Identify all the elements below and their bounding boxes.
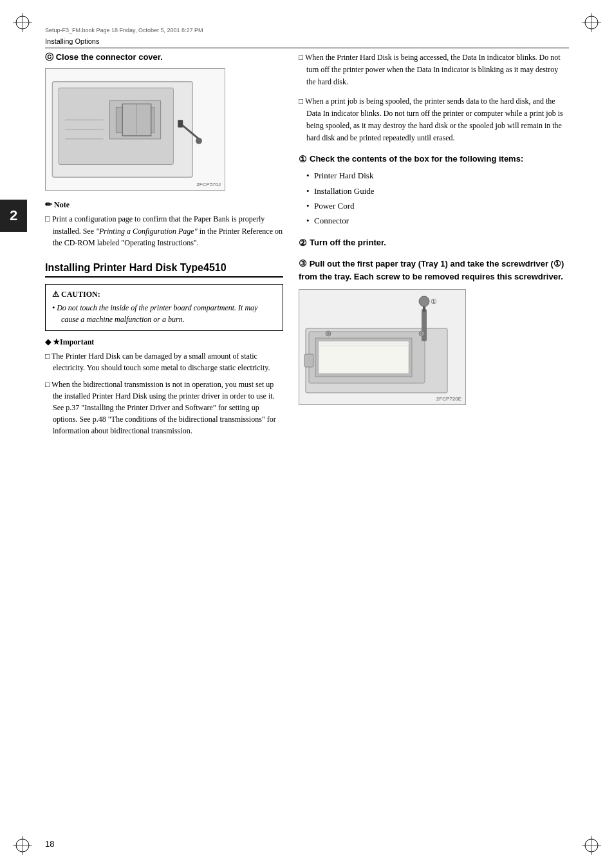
step-13: ⓒ Close the connector cover. <box>45 52 283 191</box>
file-info: Setup-F3_FM.book Page 18 Friday, October… <box>45 27 203 33</box>
check-item-printer-hard-disk: Printer Hard Disk <box>305 168 569 183</box>
caution-title: ⚠ CAUTION: <box>52 290 276 299</box>
pencil-icon: ✏ <box>45 200 52 209</box>
step-3-illustration: ① 2FCP720E <box>299 289 466 405</box>
svg-point-32 <box>419 296 429 307</box>
corner-mark-bl <box>13 836 32 855</box>
svg-rect-29 <box>319 345 409 346</box>
corner-mark-tl <box>13 13 32 32</box>
corner-mark-tr <box>582 13 601 32</box>
important-item-1: The Printer Hard Disk can be damaged by … <box>45 350 283 373</box>
installing-section: Installing Printer Hard Disk Type4510 ⚠ … <box>45 262 283 437</box>
installing-title: Installing Printer Hard Disk Type4510 <box>45 262 283 278</box>
svg-rect-30 <box>422 309 427 341</box>
svg-point-19 <box>196 138 202 144</box>
check-item-power-cord: Power Cord <box>305 198 569 213</box>
note-title: ✏ Note <box>45 200 283 210</box>
step-1-number: ① <box>299 154 307 164</box>
step-3: ③ Pull out the first paper tray (Tray 1)… <box>299 257 569 406</box>
content-area: ⓒ Close the connector cover. <box>45 52 569 829</box>
caution-box: ⚠ CAUTION: Do not touch the inside of th… <box>45 284 283 331</box>
right-note-item-2: When a print job is being spooled, the p… <box>299 95 569 145</box>
step-1-checklist: Printer Hard Disk Installation Guide Pow… <box>299 168 569 229</box>
caution-item-1: Do not touch the inside of the printer b… <box>52 302 276 325</box>
svg-rect-20 <box>178 120 183 127</box>
section-tab: 2 <box>0 200 27 232</box>
step-2: ② Turn off the printer. <box>299 238 569 248</box>
step-1-heading: ① Check the contents of the box for the … <box>299 154 569 164</box>
page-header: Installing Options <box>45 37 569 48</box>
step-3-img-label: 2FCP720E <box>436 396 461 402</box>
svg-text:①: ① <box>431 297 437 305</box>
step-3-number: ③ <box>299 257 307 270</box>
svg-rect-28 <box>319 343 409 344</box>
important-title: ◆ ★Important <box>45 337 283 347</box>
step-13-img-label: 2FCP570J <box>196 182 221 187</box>
page-number: 18 <box>45 839 54 849</box>
check-item-installation-guide: Installation Guide <box>305 184 569 198</box>
check-item-connector: Connector <box>305 213 569 228</box>
right-note-items: When the Printer Hard Disk is being acce… <box>299 52 569 144</box>
important-section: ◆ ★Important The Printer Hard Disk can b… <box>45 337 283 437</box>
step-1: ① Check the contents of the box for the … <box>299 154 569 229</box>
right-column: When the Printer Hard Disk is being acce… <box>299 52 569 829</box>
step-2-number: ② <box>299 238 307 248</box>
note-item-1: Print a configuration page to confirm th… <box>45 213 283 249</box>
right-note-item-1: When the Printer Hard Disk is being acce… <box>299 52 569 89</box>
important-icon: ◆ <box>45 337 51 346</box>
step-13-illustration: 2FCP570J <box>45 68 225 191</box>
left-column: ⓒ Close the connector cover. <box>45 52 283 829</box>
svg-rect-34 <box>304 354 313 367</box>
step-13-number: ⓒ <box>45 52 56 62</box>
step-13-heading: ⓒ Close the connector cover. <box>45 52 283 63</box>
corner-mark-br <box>582 836 601 855</box>
note-section: ✏ Note Print a configuration page to con… <box>45 200 283 249</box>
step-2-heading: ② Turn off the printer. <box>299 238 569 248</box>
svg-rect-16 <box>122 104 151 135</box>
step-3-heading: ③ Pull out the first paper tray (Tray 1)… <box>299 257 569 283</box>
important-item-2: When the bidirectional transmission is n… <box>45 379 283 437</box>
